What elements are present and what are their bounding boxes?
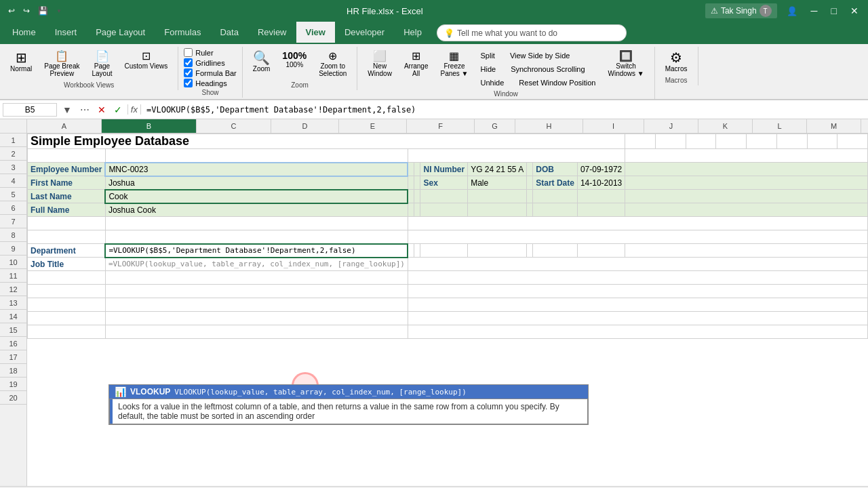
qa-dropdown[interactable]: ▼	[54, 7, 64, 16]
tab-help[interactable]: Help	[394, 22, 431, 44]
reset-window-btn[interactable]: Reset Window Position	[514, 77, 600, 89]
col-header-g[interactable]: G	[475, 119, 515, 133]
row-num-18[interactable]: 18	[0, 364, 26, 378]
cell-q1[interactable]	[837, 134, 868, 149]
redo-btn[interactable]: ↪	[20, 5, 33, 17]
headings-checkbox[interactable]: Headings	[184, 79, 237, 87]
cell-n1[interactable]	[747, 134, 777, 149]
cell-a3[interactable]: Employee Number	[28, 163, 106, 176]
zoom-btn[interactable]: 🔍 Zoom	[248, 48, 275, 75]
row-num-12[interactable]: 12	[0, 283, 26, 296]
tab-developer[interactable]: Developer	[335, 22, 394, 44]
arrange-all-btn[interactable]: ⊞ ArrangeAll	[399, 48, 433, 80]
cell-b4[interactable]: Joshua	[105, 176, 408, 190]
col-header-c[interactable]: C	[197, 119, 271, 133]
zoom-selection-btn[interactable]: ⊕ Zoom toSelection	[314, 48, 351, 80]
row-num-16[interactable]: 16	[0, 337, 26, 350]
unhide-btn[interactable]: Unhide	[476, 77, 509, 89]
save-btn[interactable]: 💾	[35, 5, 51, 17]
macros-btn[interactable]: ⚙ Macros	[660, 48, 692, 75]
undo-btn[interactable]: ↩	[5, 5, 18, 17]
cell-f4[interactable]: Male	[468, 176, 527, 190]
cell-a6[interactable]: Full Name	[28, 203, 106, 217]
tab-formulas[interactable]: Formulas	[155, 22, 210, 44]
cell-l1[interactable]	[686, 134, 716, 149]
row-num-17[interactable]: 17	[0, 350, 26, 364]
ruler-checkbox[interactable]: Ruler	[184, 48, 237, 57]
col-header-f[interactable]: F	[407, 119, 475, 133]
cell-b9-formula[interactable]: =VLOOKUP($B$5,'Department Database'!Depa…	[105, 244, 408, 258]
cell-a9[interactable]: Department	[28, 244, 106, 258]
cell-a4[interactable]: First Name	[28, 176, 106, 190]
freeze-panes-btn[interactable]: ▦ FreezePanes ▼	[435, 48, 473, 80]
switch-windows-btn[interactable]: 🔲 SwitchWindows ▼	[603, 48, 648, 80]
col-header-h[interactable]: H	[515, 119, 583, 133]
row-num-4[interactable]: 4	[0, 174, 26, 188]
cell-f3[interactable]: YG 24 21 55 A	[468, 163, 527, 176]
cell-b6[interactable]: Joshua Cook	[105, 203, 408, 217]
cell-i3[interactable]: 07-09-1972	[577, 163, 625, 176]
cell-g3[interactable]	[527, 163, 533, 176]
page-break-btn[interactable]: 📋 Page BreakPreview	[39, 48, 84, 80]
minimize-btn[interactable]: ─	[807, 4, 822, 18]
row-num-15[interactable]: 15	[0, 323, 26, 337]
maximize-btn[interactable]: □	[827, 4, 841, 18]
share-btn[interactable]: 👤	[783, 5, 802, 18]
col-header-i[interactable]: I	[583, 119, 644, 133]
user-badge[interactable]: ⚠ Tak Singh T	[705, 3, 777, 18]
row-num-10[interactable]: 10	[0, 256, 26, 269]
page-layout-btn[interactable]: 📄 PageLayout	[87, 48, 117, 80]
cell-b2[interactable]	[105, 149, 408, 163]
row-num-20[interactable]: 20	[0, 391, 26, 405]
cell-i4[interactable]: 14-10-2013	[577, 176, 625, 190]
confirm-formula-btn[interactable]: ✓	[111, 104, 125, 115]
cell-b3[interactable]: MNC-0023	[105, 163, 408, 176]
custom-views-btn[interactable]: ⊡ Custom Views	[120, 48, 173, 73]
tab-view[interactable]: View	[296, 22, 335, 44]
name-box[interactable]	[3, 103, 57, 117]
new-window-btn[interactable]: ⬜ NewWindow	[363, 48, 397, 80]
more-options-btn[interactable]: ⋯	[77, 104, 92, 115]
cell-d3[interactable]	[414, 163, 420, 176]
row-num-11[interactable]: 11	[0, 269, 26, 283]
cell-p1[interactable]	[807, 134, 837, 149]
formula-input[interactable]	[144, 104, 865, 116]
hide-btn[interactable]: Hide	[476, 63, 501, 75]
cancel-formula-btn[interactable]: ✕	[95, 104, 108, 115]
cell-b10[interactable]: =VLOOKUP(lookup_value, table_array, col_…	[105, 258, 408, 271]
gridlines-checkbox[interactable]: Gridlines	[184, 58, 237, 67]
normal-view-btn[interactable]: ⊞ Normal	[5, 48, 37, 75]
row-num-6[interactable]: 6	[0, 201, 26, 215]
row-num-8[interactable]: 8	[0, 228, 26, 242]
tab-review[interactable]: Review	[248, 22, 296, 44]
row-num-9[interactable]: 9	[0, 242, 26, 256]
cell-m1[interactable]	[716, 134, 747, 149]
row-num-1[interactable]: 1	[0, 134, 26, 147]
view-side-by-side-btn[interactable]: View Side by Side	[505, 49, 574, 62]
tab-data[interactable]: Data	[210, 22, 248, 44]
cell-o1[interactable]	[776, 134, 807, 149]
cell-a5[interactable]: Last Name	[28, 190, 106, 203]
sync-scrolling-btn[interactable]: Synchronous Scrolling	[506, 63, 589, 75]
row-num-13[interactable]: 13	[0, 296, 26, 310]
formula-bar-checkbox[interactable]: Formula Bar	[184, 68, 237, 77]
row-num-5[interactable]: 5	[0, 188, 26, 201]
tell-me-box[interactable]: 💡 Tell me what you want to do	[437, 24, 627, 41]
col-header-l[interactable]: L	[753, 119, 807, 133]
cell-a1[interactable]: Simple Employee Database	[28, 134, 625, 149]
tab-insert[interactable]: Insert	[45, 22, 87, 44]
row-num-2[interactable]: 2	[0, 147, 26, 161]
zoom-100-btn[interactable]: 100% 100%	[277, 48, 311, 71]
cell-h3[interactable]: DOB	[533, 163, 578, 176]
col-header-b[interactable]: B	[102, 119, 197, 133]
cell-a10[interactable]: Job Title	[28, 258, 106, 271]
col-header-d[interactable]: D	[271, 119, 339, 133]
cell-j1[interactable]	[625, 134, 656, 149]
tab-page-layout[interactable]: Page Layout	[86, 22, 155, 44]
cell-a2[interactable]	[28, 149, 106, 163]
col-header-e[interactable]: E	[339, 119, 407, 133]
cell-b5-selected[interactable]: Cook	[105, 190, 408, 203]
col-header-n[interactable]: N	[861, 119, 868, 133]
cell-h4[interactable]: Start Date	[533, 176, 578, 190]
tab-home[interactable]: Home	[3, 22, 45, 44]
